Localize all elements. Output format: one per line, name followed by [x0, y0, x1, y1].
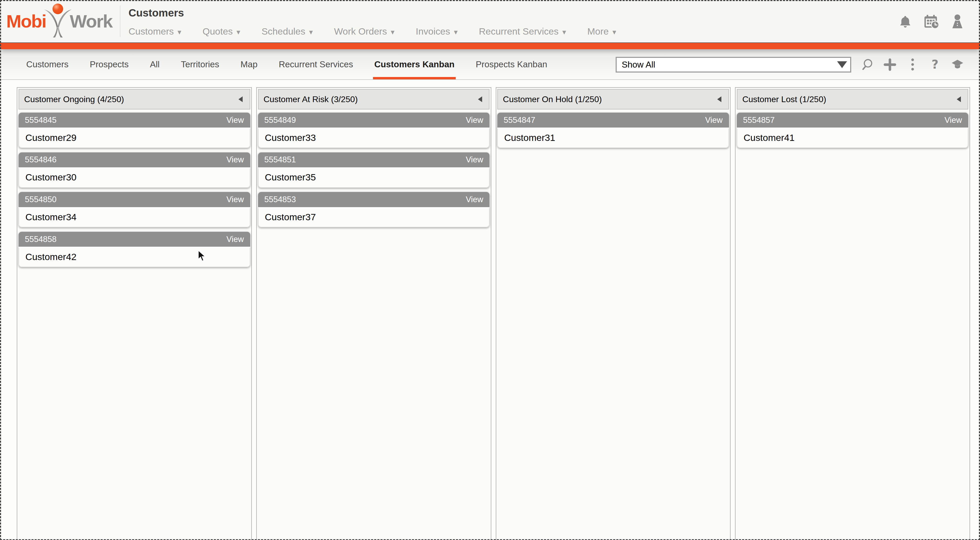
- chevron-down-icon: [562, 26, 566, 37]
- logo-text-work: Work: [70, 11, 112, 32]
- kanban-column: Customer Lost (1/250) 5554857 View Custo…: [735, 87, 970, 540]
- card-view-button[interactable]: View: [466, 115, 483, 125]
- app-header: Mobi Work Customers: [0, 0, 980, 42]
- card-view-button[interactable]: View: [466, 195, 483, 204]
- tab-all[interactable]: All: [149, 49, 161, 80]
- logo-text-mobi: Mobi: [6, 11, 46, 32]
- card-view-button[interactable]: View: [466, 155, 483, 164]
- app-window: Mobi Work Customers: [0, 0, 980, 540]
- tabs: Customers Prospects All Territories Map …: [25, 49, 549, 80]
- menu-more[interactable]: More: [587, 26, 616, 37]
- collapse-column-icon[interactable]: [478, 96, 482, 102]
- column-cards: 5554845 View Customer29 5554846 View Cus…: [17, 111, 251, 269]
- kanban-column: Customer On Hold (1/250) 5554847 View Cu…: [496, 87, 731, 540]
- column-header: Customer Lost (1/250): [737, 89, 968, 110]
- main-menu: Customers Quotes Schedules Work Orders I…: [129, 26, 616, 37]
- menu-schedules[interactable]: Schedules: [261, 26, 313, 37]
- menu-invoices[interactable]: Invoices: [416, 26, 458, 37]
- column-title: Customer On Hold (1/250): [503, 94, 602, 104]
- card-body: Customer37: [258, 208, 490, 228]
- kanban-card[interactable]: 5554858 View Customer42: [19, 232, 250, 267]
- menu-quotes[interactable]: Quotes: [203, 26, 240, 37]
- tab-prospects-kanban[interactable]: Prospects Kanban: [474, 49, 549, 80]
- tab-customers[interactable]: Customers: [25, 49, 70, 80]
- column-header: Customer On Hold (1/250): [497, 89, 729, 110]
- help-icon[interactable]: ?: [929, 57, 941, 72]
- tab-territories[interactable]: Territories: [180, 49, 220, 80]
- filter-selected-value: Show All: [622, 60, 655, 70]
- kanban-card[interactable]: 5554850 View Customer34: [19, 192, 250, 227]
- card-body: Customer42: [19, 248, 250, 267]
- kanban-column: Customer At Risk (3/250) 5554849 View Cu…: [256, 87, 491, 540]
- card-id: 5554845: [25, 115, 57, 125]
- kanban-card[interactable]: 5554857 View Customer41: [737, 113, 968, 148]
- menu-work-orders[interactable]: Work Orders: [334, 26, 395, 37]
- column-header: Customer At Risk (3/250): [258, 89, 490, 110]
- card-body: Customer30: [19, 168, 250, 188]
- collapse-column-icon[interactable]: [717, 96, 721, 102]
- calendar-icon[interactable]: [923, 14, 939, 30]
- menu-recurrent-services[interactable]: Recurrent Services: [479, 26, 566, 37]
- card-customer-name: Customer42: [25, 252, 76, 262]
- column-title: Customer Lost (1/250): [742, 94, 826, 104]
- card-id: 5554857: [743, 115, 775, 125]
- kanban-card[interactable]: 5554853 View Customer37: [258, 192, 490, 227]
- kanban-card[interactable]: 5554847 View Customer31: [497, 113, 729, 148]
- card-customer-name: Customer30: [25, 172, 76, 183]
- dropdown-arrow-icon: [837, 61, 847, 68]
- training-graduation-cap-icon[interactable]: [951, 57, 964, 72]
- card-header: 5554846 View: [19, 153, 250, 168]
- profile-person-icon[interactable]: [950, 14, 965, 30]
- card-header: 5554847 View: [497, 113, 729, 129]
- filter-dropdown[interactable]: Show All: [616, 57, 851, 73]
- collapse-column-icon[interactable]: [239, 96, 243, 102]
- collapse-column-icon[interactable]: [957, 96, 961, 102]
- card-view-button[interactable]: View: [226, 155, 244, 164]
- tab-map[interactable]: Map: [239, 49, 259, 80]
- card-body: Customer35: [258, 168, 490, 188]
- chevron-down-icon: [237, 26, 240, 37]
- tab-bar: Customers Prospects All Territories Map …: [0, 49, 980, 80]
- page-title: Customers: [129, 7, 616, 19]
- card-view-button[interactable]: View: [705, 115, 723, 125]
- notifications-bell-icon[interactable]: [898, 14, 912, 29]
- card-body: Customer34: [19, 208, 250, 228]
- kanban-card[interactable]: 5554846 View Customer30: [19, 153, 250, 188]
- add-plus-icon[interactable]: [884, 57, 896, 72]
- kanban-card[interactable]: 5554849 View Customer33: [258, 113, 490, 148]
- header-divider: [120, 5, 120, 37]
- card-id: 5554853: [264, 195, 296, 204]
- column-cards: 5554849 View Customer33 5554851 View Cus…: [257, 111, 491, 229]
- kanban-card[interactable]: 5554845 View Customer29: [19, 113, 250, 148]
- card-id: 5554850: [25, 195, 57, 204]
- chevron-down-icon: [309, 26, 313, 37]
- card-view-button[interactable]: View: [226, 115, 244, 125]
- card-view-button[interactable]: View: [226, 235, 244, 244]
- card-header: 5554850 View: [19, 192, 250, 208]
- search-icon[interactable]: [861, 57, 874, 72]
- card-view-button[interactable]: View: [226, 195, 244, 204]
- tab-prospects[interactable]: Prospects: [89, 49, 130, 80]
- page-content: Customer Ongoing (4/250) 5554845 View Cu…: [0, 80, 980, 528]
- tab-recurrent-services[interactable]: Recurrent Services: [277, 49, 355, 80]
- kanban-board: Customer Ongoing (4/250) 5554845 View Cu…: [0, 80, 980, 540]
- chevron-down-icon: [391, 26, 395, 37]
- card-id: 5554851: [264, 155, 296, 164]
- card-body: Customer33: [258, 129, 490, 148]
- menu-customers[interactable]: Customers: [129, 26, 181, 37]
- card-customer-name: Customer37: [265, 212, 316, 222]
- tab-customers-kanban[interactable]: Customers Kanban: [373, 49, 456, 80]
- card-view-button[interactable]: View: [944, 115, 962, 125]
- card-body: Customer31: [497, 129, 729, 148]
- more-options-kebab-icon[interactable]: [906, 57, 919, 72]
- mobiwork-logo[interactable]: Mobi Work: [6, 4, 112, 39]
- card-id: 5554846: [25, 155, 57, 164]
- column-cards: 5554857 View Customer41: [735, 111, 969, 150]
- card-header: 5554845 View: [19, 113, 250, 129]
- card-header: 5554853 View: [258, 192, 490, 208]
- card-id: 5554847: [504, 115, 535, 125]
- card-header: 5554858 View: [19, 232, 250, 248]
- column-cards: 5554847 View Customer31: [496, 111, 730, 150]
- kanban-card[interactable]: 5554851 View Customer35: [258, 153, 490, 188]
- accent-bar: [0, 42, 980, 49]
